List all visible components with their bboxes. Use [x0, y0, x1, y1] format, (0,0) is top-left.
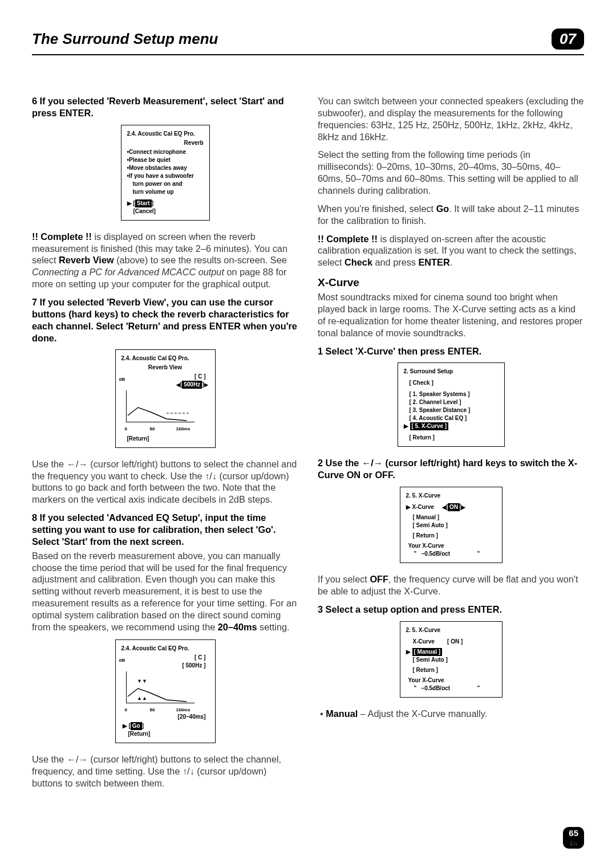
- osd-manual-row: ▶[ Manual ]: [406, 648, 496, 656]
- content-columns: 6 If you selected 'Reverb Measurement', …: [32, 95, 584, 795]
- text: If you select: [318, 574, 370, 584]
- page-number: 65: [569, 828, 578, 838]
- pointer-icon: ▶: [404, 422, 408, 430]
- manual-label: Manual: [326, 708, 358, 719]
- graph: ▼▼ ▲▲: [126, 671, 194, 703]
- x-tick: 0: [125, 426, 150, 432]
- left-arrow-icon: ←: [67, 754, 76, 764]
- pointer-icon: ▶: [406, 648, 411, 656]
- step-6: 6 If you selected 'Reverb Measurement', …: [32, 95, 298, 119]
- right-arrow-icon: ▶: [461, 504, 465, 510]
- page-lang: En: [570, 841, 577, 847]
- osd-on: [ ON ]: [447, 638, 463, 645]
- paragraph: If you select OFF, the frequency curve w…: [318, 573, 584, 597]
- osd-timesetting: [20–40ms]: [121, 713, 209, 721]
- paragraph: When you're finished, select Go. It will…: [318, 203, 584, 227]
- text: Based on the reverb measurement above, y…: [32, 551, 297, 632]
- osd-label: X-Curve: [412, 504, 434, 510]
- up-arrow-icon: ↑: [183, 766, 187, 776]
- paragraph: Based on the reverb measurement above, y…: [32, 550, 298, 633]
- paragraph: You can switch between your connected sp…: [318, 95, 584, 142]
- osd-title: 2.4. Acoustic Cal EQ Pro.: [127, 130, 204, 138]
- off-label: OFF: [370, 574, 388, 584]
- complete-label: !! Complete !!: [32, 231, 92, 242]
- osd-title: 2. 5. X-Curve: [406, 626, 496, 634]
- pointer-icon: ▶: [127, 199, 132, 207]
- text: setting.: [257, 622, 290, 632]
- osd-item: [ 4. Acoustic Cal EQ ]: [404, 414, 499, 422]
- osd-hz: [ 500Hz ]: [121, 662, 209, 670]
- page-number-badge: 65 En: [563, 827, 584, 849]
- y-axis-label: dB: [119, 376, 125, 382]
- up-arrow-icon: ↑: [205, 471, 209, 481]
- step-2: 2 Use the ←/→ (cursor left/right) hard k…: [318, 457, 584, 481]
- cross-ref: Connecting a PC for Advanced MCACC outpu…: [32, 267, 224, 277]
- pointer-icon: ▶: [123, 722, 127, 730]
- osd-go: Go: [131, 722, 142, 730]
- paragraph: !! Complete !! is displayed on screen wh…: [32, 231, 298, 290]
- go-label: Go: [436, 203, 449, 214]
- paragraph: Most soundtracks mixed for cinema sound …: [318, 291, 584, 339]
- x-tick: 160ms: [176, 426, 191, 431]
- x-tick: 160ms: [176, 707, 191, 712]
- pointer-icon: ▶: [406, 503, 411, 511]
- chapter-badge: 07: [552, 28, 584, 50]
- step-8: 8 If you selected 'Advanced EQ Setup', i…: [32, 512, 298, 548]
- osd-cancel: [Cancel]: [127, 207, 204, 215]
- osd-item: [ 2. Channel Level ]: [404, 398, 499, 406]
- osd-title: 2. 5. X-Curve: [406, 492, 496, 500]
- x-tick: 80: [150, 707, 176, 713]
- time-range-label: 20–40ms: [218, 622, 257, 632]
- osd-reverb-measurement: 2.4. Acoustic Cal EQ Pro. Reverb •Connec…: [121, 125, 210, 221]
- osd-your-xcurve: Your X-Curve: [406, 542, 496, 550]
- osd-start: Start: [135, 199, 152, 207]
- text: Use the: [32, 754, 67, 764]
- osd-start-row: ▶[Start]: [127, 199, 204, 207]
- osd-hz-row: ◀[500Hz]▶: [121, 381, 209, 389]
- osd-return: [ Return ]: [406, 666, 496, 674]
- right-arrow-icon: →: [78, 459, 87, 469]
- osd-subtitle: Reverb View: [121, 364, 209, 372]
- right-column: You can switch between your connected sp…: [318, 95, 584, 795]
- right-arrow-icon: →: [78, 754, 87, 764]
- x-axis: 080160ms: [125, 707, 209, 713]
- header-title: The Surround Setup menu: [32, 30, 552, 48]
- text: 2 Use the: [318, 458, 362, 468]
- osd-line: •Move obstacles away: [127, 164, 204, 172]
- left-arrow-icon: ←: [67, 459, 76, 469]
- osd-line: turn power on and: [127, 180, 204, 188]
- x-tick: 0: [125, 707, 150, 713]
- osd-manual: [ Manual ]: [406, 514, 496, 521]
- osd-xcurve-row: ▶X-Curve ◀[ON]▶: [406, 503, 496, 511]
- osd-item-selected: ▶[ 5. X-Curve ]: [404, 422, 499, 430]
- step-7: 7 If you selected 'Reverb View', you can…: [32, 296, 298, 344]
- step-3: 3 Select a setup option and press ENTER.: [318, 604, 584, 616]
- step-1: 1 Select 'X-Curve' then press ENTER.: [318, 345, 584, 357]
- bullet-manual: • Manual – Adjust the X-Curve manually.: [326, 708, 584, 720]
- osd-line: turn volume up: [127, 188, 204, 196]
- paragraph: !! Complete !! is displayed on-screen af…: [318, 233, 584, 269]
- osd-manual: [ Manual ]: [412, 648, 443, 656]
- osd-value: –0.5dB/oct: [422, 551, 451, 557]
- osd-channel: [ C ]: [121, 654, 209, 662]
- paragraph: Select the setting from the following ti…: [318, 149, 584, 196]
- svg-text:▼▼: ▼▼: [137, 678, 147, 684]
- osd-hz: 500Hz: [182, 381, 202, 389]
- graph-markers: ▼▼ ▲▲: [127, 671, 195, 703]
- osd-label: X-Curve: [413, 638, 435, 645]
- left-arrow-icon: ←: [362, 458, 371, 468]
- osd-return: [ Return ]: [404, 434, 499, 442]
- osd-item: [ 1. Speaker Systems ]: [404, 390, 499, 398]
- osd-xcurve-row: X-Curve [ ON ]: [406, 638, 496, 646]
- left-arrow-icon: ◀: [176, 382, 180, 388]
- osd-title: 2. Surround Setup: [404, 368, 499, 376]
- text: – Adjust the X-Curve manually.: [358, 708, 487, 719]
- header-rule: [32, 54, 584, 55]
- left-column: 6 If you selected 'Reverb Measurement', …: [32, 95, 298, 795]
- x-tick: 80: [150, 426, 176, 432]
- osd-value: –0.5dB/oct: [422, 685, 451, 691]
- graph-curve: [127, 390, 195, 422]
- osd-your-xcurve: Your X-Curve: [406, 677, 496, 684]
- osd-xcurve-graph-row: " –0.5dB/oct ": [406, 684, 496, 692]
- osd-reverb-view: 2.4. Acoustic Cal EQ Pro. Reverb View [ …: [115, 349, 216, 447]
